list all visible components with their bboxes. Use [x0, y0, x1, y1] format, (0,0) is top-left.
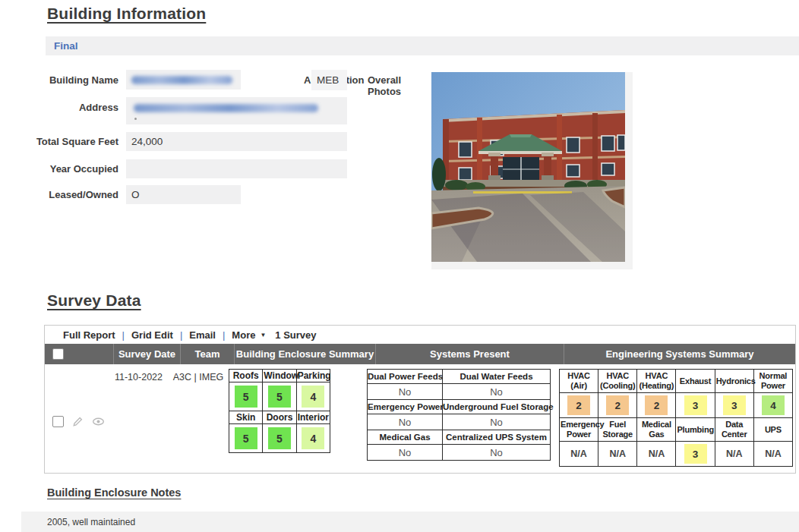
status-label: Final	[54, 40, 78, 52]
total-square-feet-label: Total Square Feet	[0, 136, 118, 147]
enclosure-header-parking: Parking	[296, 370, 330, 382]
engineering-header: Data Center	[715, 418, 753, 442]
engineering-header: Normal Power	[753, 370, 792, 393]
status-bar: Final	[46, 36, 799, 55]
notes-text: 2005, well maintained	[47, 517, 135, 527]
building-enclosure-notes-title[interactable]: Building Enclosure Notes	[47, 486, 181, 499]
survey-table: Full Report | Grid Edit | Email | More ▼…	[44, 325, 796, 474]
systems-header: Emergency Power	[368, 400, 443, 414]
enclosure-header-skin: Skin	[229, 411, 263, 424]
engineering-header: HVAC (Heating)	[637, 370, 676, 393]
column-header-survey-date: Survey Date	[114, 344, 181, 364]
engineering-summary-table: HVAC (Air) HVAC (Cooling) HVAC (Heating)…	[559, 369, 793, 467]
year-occupied-label: Year Occupied	[0, 163, 118, 175]
column-header-systems: Systems Present	[376, 344, 564, 364]
eye-icon[interactable]	[92, 416, 105, 427]
abbreviation-field[interactable]: MEB	[311, 70, 347, 90]
engineering-header: Hydronics	[715, 370, 753, 393]
enclosure-score-parking: 4	[302, 386, 324, 408]
address-label: Address	[0, 102, 118, 113]
enclosure-score-skin: 5	[235, 427, 257, 449]
address-redacted-dot	[134, 118, 137, 120]
systems-value: No	[443, 384, 551, 400]
enclosure-score-doors: 5	[268, 427, 291, 449]
engineering-header: Plumbing	[676, 418, 715, 442]
engineering-value: N/A	[753, 442, 792, 467]
enclosure-header-window: Window	[263, 370, 296, 382]
systems-value: No	[368, 414, 443, 430]
email-button[interactable]: Email	[189, 329, 216, 341]
engineering-score: 4	[762, 395, 785, 415]
engineering-score: 2	[645, 395, 668, 415]
systems-header: Dual Power Feeds	[368, 370, 443, 384]
engineering-score: 3	[723, 395, 746, 415]
select-all-checkbox[interactable]	[52, 348, 64, 360]
column-header-enclosure: Building Enclosure Summary	[235, 344, 376, 364]
systems-value: No	[443, 445, 551, 461]
engineering-header: HVAC (Cooling)	[598, 370, 637, 393]
enclosure-score-window: 5	[268, 386, 291, 408]
chevron-down-icon[interactable]: ▼	[260, 332, 266, 338]
toolbar-separator: |	[122, 329, 125, 341]
systems-header: Underground Fuel Storage	[443, 400, 551, 414]
more-menu-button[interactable]: More	[232, 329, 255, 341]
enclosure-score-interior: 4	[302, 427, 324, 449]
page-title[interactable]: Building Information	[47, 5, 206, 23]
systems-header: Centralized UPS System	[443, 430, 551, 445]
building-name-label: Building Name	[0, 74, 118, 86]
notes-bar: 2005, well maintained	[21, 512, 799, 532]
survey-data-title[interactable]: Survey Data	[47, 291, 141, 310]
address-field[interactable]	[126, 97, 347, 124]
enclosure-header-doors: Doors	[263, 411, 296, 424]
enclosure-header-roofs: Roofs	[229, 370, 263, 382]
leased-owned-value: O	[131, 189, 140, 200]
table-header-row: Survey Date Team Building Enclosure Summ…	[45, 344, 795, 364]
systems-value: No	[443, 414, 551, 430]
toolbar-separator: |	[180, 329, 182, 341]
building-name-redacted-value	[131, 76, 232, 84]
pencil-icon[interactable]	[72, 416, 84, 427]
engineering-header: Exhaust	[676, 370, 715, 393]
row-checkbox[interactable]	[52, 416, 64, 427]
systems-header: Medical Gas	[368, 430, 443, 445]
engineering-value: N/A	[637, 442, 676, 467]
enclosure-score-roofs: 5	[235, 386, 257, 408]
enclosure-header-interior: Interior	[296, 411, 330, 424]
table-row: 11-10-2022 A3C | IMEG Roofs Window Parki…	[45, 364, 795, 473]
column-header-engineering: Engineering Systems Summary	[564, 344, 795, 364]
systems-value: No	[368, 384, 443, 400]
engineering-header: Emergency Power	[560, 418, 598, 442]
survey-date-cell: 11-10-2022	[106, 364, 172, 473]
engineering-header: Medical Gas	[637, 418, 676, 442]
systems-present-table: Dual Power Feeds Dual Water Feeds No No …	[367, 369, 551, 461]
full-report-button[interactable]: Full Report	[63, 329, 115, 341]
overall-photos-label: Overall Photos	[368, 74, 425, 97]
engineering-value: N/A	[598, 442, 637, 467]
total-square-feet-field[interactable]: 24,000	[126, 132, 347, 151]
engineering-score: 2	[567, 395, 590, 415]
systems-header: Dual Water Feeds	[443, 370, 551, 384]
abbreviation-value: MEB	[317, 74, 339, 86]
leased-owned-field[interactable]: O	[126, 185, 241, 204]
year-occupied-field[interactable]	[126, 159, 347, 178]
leased-owned-label: Leased/Owned	[0, 189, 118, 200]
engineering-value: N/A	[560, 442, 598, 467]
systems-value: No	[368, 445, 443, 461]
enclosure-summary-table: Roofs Window Parking 5 5 4 Skin Doors In…	[229, 369, 330, 453]
engineering-header: HVAC (Air)	[560, 370, 598, 393]
engineering-value: N/A	[715, 442, 753, 467]
team-cell: A3C | IMEG	[172, 364, 225, 473]
column-header-team: Team	[181, 344, 235, 364]
grid-edit-button[interactable]: Grid Edit	[131, 329, 173, 341]
total-square-feet-value: 24,000	[131, 136, 163, 147]
toolbar-separator: |	[223, 329, 225, 341]
survey-count: 1 Survey	[275, 329, 316, 341]
engineering-score: 2	[606, 395, 629, 415]
engineering-score: 3	[684, 444, 707, 464]
address-redacted-value	[134, 104, 318, 112]
building-photo[interactable]	[431, 72, 625, 262]
engineering-header: UPS	[753, 418, 792, 442]
engineering-score: 3	[684, 395, 707, 415]
building-name-field[interactable]	[126, 70, 241, 90]
survey-toolbar: Full Report | Grid Edit | Email | More ▼…	[45, 326, 795, 344]
